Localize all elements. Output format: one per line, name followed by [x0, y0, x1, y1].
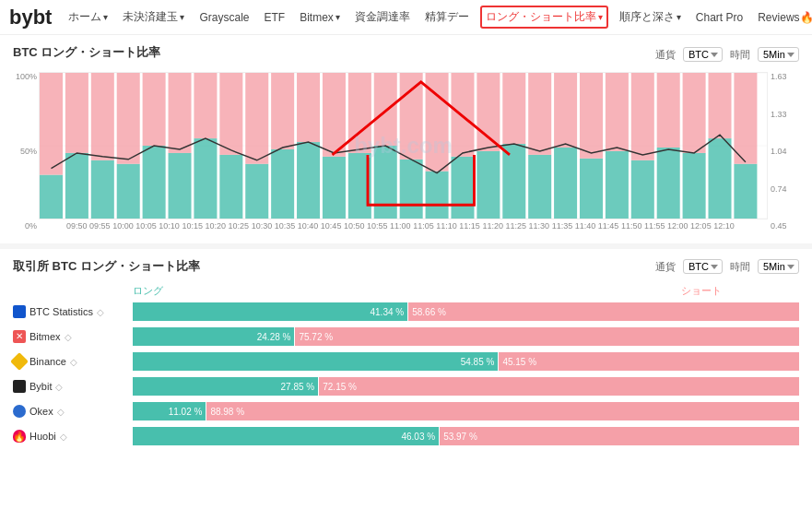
svg-rect-35 — [451, 157, 474, 219]
nav-grayscale[interactable]: Grayscale — [195, 9, 253, 26]
svg-rect-47 — [606, 151, 629, 219]
table-header-long: ロング — [133, 284, 648, 298]
short-bar: 72.15 % — [319, 377, 799, 396]
svg-rect-41 — [528, 155, 551, 219]
svg-rect-30 — [374, 73, 397, 146]
chart2-time-select[interactable]: 5Min — [758, 259, 799, 274]
svg-rect-25 — [323, 157, 346, 219]
exchange-name: Bybit ◇ — [13, 380, 133, 393]
svg-rect-37 — [477, 151, 500, 219]
svg-rect-6 — [65, 73, 88, 153]
svg-rect-50 — [631, 73, 654, 160]
svg-rect-13 — [169, 153, 192, 219]
nav-reviews[interactable]: Reviews🔥 — [754, 9, 812, 26]
short-bar: 45.15 % — [499, 352, 799, 371]
svg-rect-32 — [400, 73, 423, 160]
svg-rect-15 — [194, 138, 217, 219]
svg-rect-46 — [580, 73, 603, 159]
exchange-icon — [13, 305, 26, 318]
svg-rect-24 — [297, 73, 320, 142]
nav-lsratio[interactable]: ロング・ショート比率 — [480, 6, 608, 29]
table-header-short: ショート — [648, 284, 722, 298]
svg-rect-48 — [606, 73, 629, 151]
nav-liquidation[interactable]: 精算デー — [421, 7, 473, 27]
navbar: bybt ホーム 未決済建玉 Grayscale ETF Bitmex 資金調達… — [0, 0, 812, 35]
long-bar: 11.02 % — [133, 402, 206, 420]
exchange-bars: 41.34 % 58.66 % — [133, 302, 799, 321]
svg-rect-10 — [117, 73, 140, 164]
long-bar: 41.34 % — [133, 302, 407, 321]
svg-rect-51 — [657, 148, 680, 219]
short-bar: 53.97 % — [440, 427, 799, 445]
chart1-canvas: bybt.com — [39, 72, 768, 219]
svg-rect-19 — [245, 164, 268, 219]
exchange-bars: 46.03 % 53.97 % — [133, 427, 799, 445]
chart1-section: BTC ロング・ショート比率 通貨 BTC 時間 5Min 100% 50% 0… — [0, 35, 812, 240]
svg-rect-20 — [245, 73, 268, 164]
svg-rect-49 — [631, 160, 654, 219]
svg-rect-42 — [528, 73, 551, 155]
nav-etf[interactable]: ETF — [260, 9, 288, 26]
table-row: BTC Statistics ◇ 41.34 % 58.66 % — [13, 302, 799, 322]
table-row: ✕ Bitmex ◇ 24.28 % 75.72 % — [13, 326, 799, 347]
logo[interactable]: bybt — [9, 6, 52, 30]
svg-rect-23 — [297, 142, 320, 219]
section-divider — [0, 243, 812, 249]
exchange-name: Okex ◇ — [13, 405, 133, 418]
exchange-icon — [10, 352, 29, 371]
exchange-icon — [13, 380, 26, 393]
exchange-bars: 24.28 % 75.72 % — [133, 327, 799, 346]
svg-rect-16 — [194, 73, 217, 138]
svg-rect-45 — [580, 159, 603, 219]
chart1-currency-select[interactable]: BTC — [683, 47, 723, 62]
svg-rect-31 — [400, 160, 423, 219]
svg-rect-26 — [323, 73, 346, 157]
svg-rect-11 — [143, 146, 166, 219]
short-bar: 58.66 % — [408, 302, 799, 321]
svg-rect-55 — [708, 138, 731, 219]
chart2-currency-label: 通貨 — [655, 260, 676, 274]
exchange-bars: 27.85 % 72.15 % — [133, 377, 799, 396]
chart2-controls: 通貨 BTC 時間 5Min — [655, 259, 799, 274]
chart1-x-axis: 09:50 09:55 10:00 10:05 10:10 10:15 10:2… — [39, 219, 735, 231]
chart2-currency-select[interactable]: BTC — [683, 259, 723, 274]
chart1-y-right: 1.63 1.33 1.04 0.74 0.45 — [768, 72, 799, 231]
exchange-icon — [13, 405, 26, 418]
svg-rect-58 — [734, 73, 757, 164]
nav-bitmex[interactable]: Bitmex — [296, 9, 344, 26]
long-bar: 54.85 % — [133, 352, 498, 371]
table-row: Bybit ◇ 27.85 % 72.15 % — [13, 376, 799, 397]
chart1-title: BTC ロング・ショート比率 — [13, 44, 160, 61]
exchange-bars: 11.02 % 88.98 % — [133, 402, 799, 420]
nav-order[interactable]: 順序と深さ — [616, 7, 685, 27]
table-row: Binance ◇ 54.85 % 45.15 % — [13, 351, 799, 372]
short-bar: 75.72 % — [295, 327, 799, 346]
svg-rect-57 — [734, 164, 757, 219]
chart1-time-select[interactable]: 5Min — [758, 47, 799, 62]
exchange-name: BTC Statistics ◇ — [13, 305, 133, 318]
svg-rect-14 — [169, 73, 192, 153]
chart1-currency-label: 通貨 — [655, 48, 676, 62]
svg-rect-29 — [374, 146, 397, 219]
nav-chartpro[interactable]: Chart Pro — [692, 9, 747, 26]
svg-rect-9 — [117, 164, 140, 219]
svg-rect-52 — [657, 73, 680, 148]
exchange-name: 🔥 Huobi ◇ — [13, 430, 133, 443]
svg-rect-22 — [271, 73, 294, 149]
svg-rect-56 — [708, 73, 731, 138]
nav-oi[interactable]: 未決済建玉 — [119, 7, 188, 27]
svg-rect-28 — [348, 73, 371, 153]
table-row: Okex ◇ 11.02 % 88.98 % — [13, 401, 799, 421]
svg-rect-5 — [65, 153, 88, 219]
nav-home[interactable]: ホーム — [65, 7, 112, 27]
svg-rect-21 — [271, 149, 294, 219]
svg-rect-53 — [683, 153, 706, 219]
nav-funding[interactable]: 資金調達率 — [351, 7, 414, 27]
chart1-controls: 通貨 BTC 時間 5Min — [655, 47, 799, 62]
svg-rect-12 — [143, 73, 166, 146]
chart1-time-label: 時間 — [730, 48, 750, 62]
svg-rect-4 — [40, 73, 63, 175]
exchange-name: ✕ Bitmex ◇ — [13, 330, 133, 343]
svg-rect-33 — [426, 172, 449, 219]
svg-rect-7 — [91, 160, 114, 219]
